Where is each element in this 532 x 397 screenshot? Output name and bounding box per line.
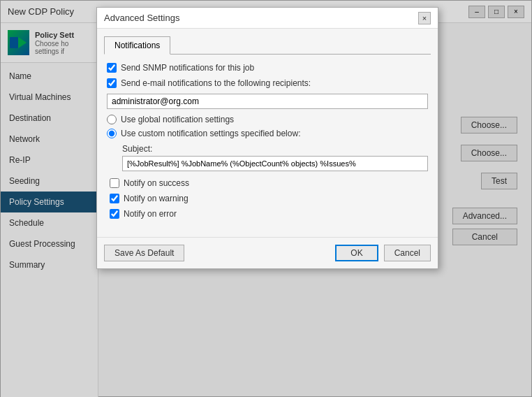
subject-label: Subject:: [122, 144, 428, 154]
custom-radio-row: Use custom notification settings specifi…: [107, 129, 428, 138]
notify-success-label: Notify on success: [124, 178, 189, 188]
tab-notifications[interactable]: Notifications: [104, 36, 170, 55]
dialog-footer: Save As Default OK Cancel: [97, 237, 438, 268]
global-radio-row: Use global notification settings: [107, 115, 428, 124]
snmp-label: Send SNMP notifications for this job: [121, 63, 254, 73]
snmp-checkbox[interactable]: [107, 63, 117, 73]
ok-button[interactable]: OK: [335, 245, 378, 261]
notify-error-label: Notify on error: [124, 209, 177, 219]
notify-success-row: Notify on success: [110, 178, 428, 188]
custom-radio-label: Use custom notification settings specifi…: [121, 129, 300, 138]
dialog-titlebar: Advanced Settings ×: [97, 8, 438, 29]
custom-radio[interactable]: [107, 129, 117, 138]
save-default-button[interactable]: Save As Default: [104, 245, 184, 261]
dialog-title: Advanced Settings: [104, 13, 179, 23]
cancel-button[interactable]: Cancel: [384, 245, 431, 261]
email-checkbox[interactable]: [107, 78, 117, 88]
footer-right-buttons: OK Cancel: [335, 245, 431, 261]
global-radio[interactable]: [107, 115, 117, 124]
notify-section: Notify on success Notify on warning Noti…: [110, 178, 428, 219]
email-input[interactable]: [107, 94, 428, 109]
advanced-settings-dialog: Advanced Settings × Notifications Send S…: [96, 7, 438, 269]
notify-error-checkbox[interactable]: [110, 209, 119, 219]
dialog-close-button[interactable]: ×: [418, 12, 431, 24]
radio-group-notifications: Use global notification settings Use cus…: [107, 115, 428, 138]
notifications-form: Send SNMP notifications for this job Sen…: [104, 63, 431, 219]
subject-input[interactable]: [122, 156, 428, 171]
email-checkbox-row: Send e-mail notifications to the followi…: [107, 78, 428, 88]
notify-error-row: Notify on error: [110, 209, 428, 219]
dialog-tabs: Notifications: [104, 36, 431, 55]
email-label: Send e-mail notifications to the followi…: [121, 78, 311, 88]
notify-success-checkbox[interactable]: [110, 178, 119, 188]
snmp-checkbox-row: Send SNMP notifications for this job: [107, 63, 428, 73]
notify-warning-label: Notify on warning: [124, 194, 189, 203]
notify-warning-row: Notify on warning: [110, 194, 428, 203]
dialog-body: Notifications Send SNMP notifications fo…: [97, 29, 438, 231]
global-radio-label: Use global notification settings: [121, 115, 234, 124]
notify-warning-checkbox[interactable]: [110, 194, 119, 203]
